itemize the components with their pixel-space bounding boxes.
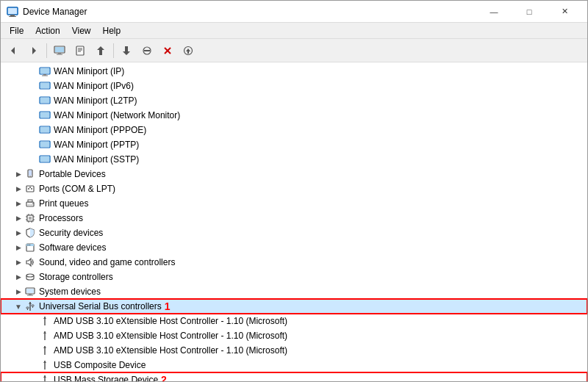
software-icon [24, 242, 36, 253]
toolbar-separator-2 [113, 43, 114, 58]
update-driver-button[interactable] [91, 41, 110, 60]
usb-device-icon [39, 345, 51, 356]
expand-portable-icon[interactable]: ▶ [12, 168, 24, 180]
svg-point-40 [29, 176, 31, 177]
maximize-button[interactable]: □ [512, 1, 546, 23]
svg-point-61 [27, 245, 29, 246]
list-item[interactable]: WAN Miniport (PPPOE) [1, 123, 587, 137]
item-label: AMD USB 3.10 eXtensible Host Controller … [54, 345, 287, 356]
item-label: Ports (COM & LPT) [39, 184, 115, 194]
expand-icon [27, 315, 39, 327]
expand-print-icon[interactable]: ▶ [12, 198, 24, 209]
list-item[interactable]: WAN Miniport (Network Monitor) [1, 108, 587, 123]
usb-device-icon [39, 315, 51, 327]
list-item[interactable]: WAN Miniport (PPTP) [1, 137, 587, 152]
menu-action[interactable]: Action [29, 24, 65, 37]
svg-rect-29 [40, 98, 49, 103]
svg-marker-4 [11, 47, 15, 54]
usb-controllers-item[interactable]: ▼ Universal Serial Bus controllers 1 [1, 299, 587, 314]
storage-controllers-item[interactable]: ▶ Storage controllers [1, 270, 587, 284]
usb-child-item[interactable]: AMD USB 3.10 eXtensible Host Controller … [1, 328, 587, 343]
software-devices-item[interactable]: ▶ Software devices [1, 240, 587, 255]
expand-storage-icon[interactable]: ▶ [12, 271, 24, 283]
title-bar: Device Manager — □ ✕ [1, 1, 587, 23]
network-adapter-icon [39, 109, 51, 121]
uninstall-button[interactable] [158, 41, 177, 60]
rollback-button[interactable] [117, 41, 136, 60]
usb-child-item[interactable]: AMD USB 3.10 eXtensible Host Controller … [1, 314, 587, 328]
menu-file[interactable]: File [4, 24, 29, 37]
svg-rect-1 [10, 15, 15, 16]
svg-rect-50 [29, 217, 32, 220]
print-queues-item[interactable]: ▶ Print queues [1, 196, 587, 211]
item-label: Processors [39, 213, 83, 223]
tree-view[interactable]: WAN Miniport (IP) WAN Miniport (IPv6) WA… [1, 62, 587, 381]
item-label: Portable Devices [39, 169, 106, 179]
expand-icon [27, 345, 39, 356]
item-label: WAN Miniport (IP) [54, 66, 124, 76]
minimize-button[interactable]: — [477, 1, 511, 23]
ports-icon [24, 183, 36, 195]
expand-ports-icon[interactable]: ▶ [12, 183, 24, 195]
processors-item[interactable]: ▶ Processors [1, 211, 587, 226]
expand-icon [27, 80, 39, 92]
svg-rect-68 [27, 295, 33, 296]
properties-icon-button[interactable] [71, 41, 90, 60]
svg-rect-10 [76, 46, 84, 55]
window-title: Device Manager [23, 7, 477, 17]
computer-icon-button[interactable] [50, 41, 69, 60]
svg-rect-67 [29, 294, 32, 295]
expand-icon [27, 154, 39, 165]
svg-point-44 [29, 187, 31, 188]
back-button[interactable] [4, 41, 23, 60]
usb-mass-storage-item[interactable]: USB Mass Storage Device 2 [1, 372, 587, 381]
network-adapter-icon [39, 139, 51, 151]
svg-rect-25 [42, 76, 48, 76]
portable-devices-item[interactable]: ▶ Portable Devices [1, 167, 587, 181]
usb-child-item[interactable]: USB Composite Device [1, 358, 587, 372]
printer-icon [24, 198, 36, 209]
expand-security-icon[interactable]: ▶ [12, 227, 24, 239]
svg-rect-35 [40, 142, 49, 147]
usb-child-item[interactable]: AMD USB 3.10 eXtensible Host Controller … [1, 343, 587, 358]
main-content: WAN Miniport (IP) WAN Miniport (IPv6) WA… [1, 62, 587, 381]
svg-rect-3 [8, 8, 17, 14]
sound-video-item[interactable]: ▶ Sound, video and game controllers [1, 255, 587, 270]
expand-system-icon[interactable]: ▶ [12, 286, 24, 298]
network-adapter-icon [39, 95, 51, 107]
forward-button[interactable] [24, 41, 43, 60]
list-item[interactable]: WAN Miniport (IP) [1, 64, 587, 79]
list-item[interactable]: WAN Miniport (IPv6) [1, 79, 587, 93]
expand-software-icon[interactable]: ▶ [12, 242, 24, 253]
item-label: WAN Miniport (IPv6) [54, 81, 134, 91]
svg-marker-15 [123, 46, 130, 55]
usb-mass-label: USB Mass Storage Device [54, 375, 158, 381]
close-button[interactable]: ✕ [548, 1, 581, 23]
svg-rect-8 [58, 53, 61, 54]
security-devices-item[interactable]: ▶ Security devices [1, 226, 587, 240]
svg-point-42 [28, 188, 29, 190]
system-devices-item[interactable]: ▶ System devices [1, 284, 587, 299]
usb-category-label: Universal Serial Bus controllers [39, 301, 162, 311]
list-item[interactable]: WAN Miniport (L2TP) [1, 93, 587, 108]
usb-badge-2: 2 [161, 374, 167, 381]
ports-item[interactable]: ▶ Ports (COM & LPT) [1, 181, 587, 196]
svg-marker-70 [29, 302, 32, 304]
list-item[interactable]: WAN Miniport (SSTP) [1, 152, 587, 167]
svg-marker-21 [186, 48, 190, 54]
device-manager-window: Device Manager — □ ✕ File Action View He… [0, 0, 588, 382]
menu-bar: File Action View Help [1, 23, 587, 39]
menu-view[interactable]: View [66, 24, 97, 37]
svg-point-64 [26, 274, 34, 277]
expand-processors-icon[interactable]: ▶ [12, 212, 24, 224]
item-label: WAN Miniport (PPTP) [54, 140, 139, 150]
toolbar [1, 39, 587, 62]
disable-button[interactable] [137, 41, 157, 60]
expand-sound-icon[interactable]: ▶ [12, 256, 24, 268]
expand-icon [27, 374, 39, 381]
scan-hardware-button[interactable] [179, 41, 198, 60]
svg-marker-78 [43, 331, 46, 334]
expand-usb-icon[interactable]: ▼ [12, 300, 24, 312]
menu-help[interactable]: Help [97, 24, 127, 37]
expand-icon [27, 109, 39, 121]
